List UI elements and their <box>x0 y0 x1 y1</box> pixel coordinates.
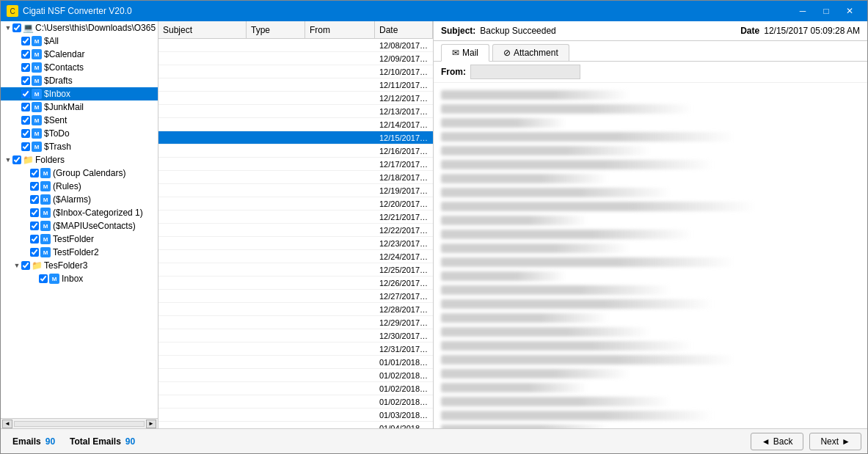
list-row[interactable]: 12/24/2017 05:... <box>158 250 433 263</box>
checkbox-sent[interactable] <box>21 116 30 125</box>
checkbox-mapicontacts[interactable] <box>30 221 39 230</box>
list-row[interactable]: 01/01/2018 05:... <box>158 356 433 369</box>
list-row[interactable]: 12/08/2017 02:... <box>158 39 433 52</box>
tree-item-rules[interactable]: M (Rules) <box>1 180 158 193</box>
checkbox-testfolder2[interactable] <box>30 248 39 257</box>
list-row[interactable]: 12/30/2017 05:... <box>158 329 433 343</box>
list-row[interactable]: 12/21/2017 05:... <box>158 210 433 224</box>
emails-label: Emails <box>12 436 41 447</box>
tree-item-calendar[interactable]: M $Calendar <box>1 48 158 61</box>
list-row[interactable]: 12/20/2017 05:... <box>158 197 433 210</box>
tree-item-testfolder2[interactable]: M TestFolder2 <box>1 246 158 259</box>
tree-item-trash[interactable]: M $Trash <box>1 140 158 153</box>
close-button[interactable]: ✕ <box>838 4 861 18</box>
scroll-track[interactable] <box>14 421 145 427</box>
list-row[interactable]: 12/28/2017 05:... <box>158 303 433 316</box>
list-row[interactable]: 12/10/2017 05:... <box>158 65 433 78</box>
list-row[interactable]: 12/23/2017 05:... <box>158 237 433 250</box>
list-row[interactable]: 12/26/2017 05:... <box>158 277 433 290</box>
preview-panel: Subject: Backup Succeeded Date 12/15/201… <box>434 21 867 428</box>
back-button[interactable]: ◄ Back <box>751 433 804 450</box>
tree-item-todo[interactable]: M $ToDo <box>1 127 158 140</box>
tree-item-inbox-sub[interactable]: M Inbox <box>1 272 158 285</box>
folder-tree[interactable]: ▼ 💻 C:\Users\this\Downloads\O365 M $All … <box>1 21 158 418</box>
checkbox-testfolder[interactable] <box>30 235 39 244</box>
list-row[interactable]: 01/04/2018 05:... <box>158 422 433 428</box>
label-tesfolder3: TesFolder3 <box>44 260 87 271</box>
tree-item-mapicontacts[interactable]: M ($MAPIUseContacts) <box>1 219 158 233</box>
tree-item-inbox[interactable]: M $Inbox <box>1 87 158 100</box>
column-header-from[interactable]: From <box>305 21 375 38</box>
checkbox-inbox-sub[interactable] <box>39 274 48 283</box>
list-row[interactable]: 01/02/2018 09:... <box>158 382 433 395</box>
list-row[interactable]: 01/02/2018 05:... <box>158 369 433 382</box>
from-label: From: <box>441 67 466 77</box>
expander-tesfolder3[interactable]: ▼ <box>12 261 21 270</box>
horizontal-scrollbar[interactable]: ◄ ► <box>1 418 158 428</box>
message-list[interactable]: 12/08/2017 02:... 12/09/2017 05:... 12/1… <box>158 39 433 428</box>
checkbox-todo[interactable] <box>21 129 30 138</box>
checkbox-all[interactable] <box>21 37 30 45</box>
expander-placeholder <box>21 182 30 191</box>
next-button[interactable]: Next ► <box>809 433 861 450</box>
checkbox-alarms[interactable] <box>30 195 39 204</box>
checkbox-calendar[interactable] <box>21 50 30 59</box>
tree-item-all[interactable]: M $All <box>1 34 158 48</box>
maximize-button[interactable]: □ <box>814 4 838 18</box>
scroll-right-arrow[interactable]: ► <box>146 420 156 428</box>
list-row[interactable]: 12/27/2017 05:... <box>158 290 433 303</box>
tree-item-contacts[interactable]: M $Contacts <box>1 61 158 74</box>
list-row[interactable]: 12/14/2017 05:... <box>158 118 433 131</box>
tree-item-inbox-cat[interactable]: M ($Inbox-Categorized 1) <box>1 206 158 219</box>
tree-item-folders[interactable]: ▼ 📁 Folders <box>1 153 158 166</box>
column-header-subject[interactable]: Subject <box>158 21 247 38</box>
scroll-left-arrow[interactable]: ◄ <box>2 420 12 428</box>
checkbox-trash[interactable] <box>21 142 30 151</box>
list-row[interactable]: 12/31/2017 05:... <box>158 343 433 356</box>
checkbox-folders[interactable] <box>12 155 21 164</box>
list-row[interactable]: 01/03/2018 05:... <box>158 409 433 422</box>
tree-item-alarms[interactable]: M ($Alarms) <box>1 193 158 206</box>
list-row[interactable]: 12/13/2017 05:... <box>158 105 433 118</box>
column-header-type[interactable]: Type <box>247 21 305 38</box>
list-row[interactable]: 01/02/2018 09:... <box>158 395 433 409</box>
tree-root[interactable]: ▼ 💻 C:\Users\this\Downloads\O365 <box>1 21 158 34</box>
tree-item-sent[interactable]: M $Sent <box>1 114 158 127</box>
checkbox-tesfolder3[interactable] <box>21 261 30 270</box>
tree-item-groupcal[interactable]: M (Group Calendars) <box>1 166 158 180</box>
preview-line <box>441 355 734 365</box>
tree-item-tesfolder3[interactable]: ▼ 📁 TesFolder3 <box>1 259 158 272</box>
checkbox-drafts[interactable] <box>21 76 30 85</box>
expander-placeholder <box>12 129 21 138</box>
checkbox-contacts[interactable] <box>21 63 30 72</box>
list-row[interactable]: 12/15/2017 05:... <box>158 131 433 144</box>
root-checkbox[interactable] <box>12 23 21 32</box>
list-row[interactable]: 12/09/2017 05:... <box>158 52 433 65</box>
m-icon-junkmail: M <box>32 102 42 112</box>
list-row[interactable]: 12/29/2017 05:... <box>158 316 433 329</box>
minimize-button[interactable]: ─ <box>791 4 814 18</box>
checkbox-inbox-cat[interactable] <box>30 208 39 217</box>
list-row[interactable]: 12/11/2017 05:... <box>158 78 433 92</box>
tree-item-testfolder[interactable]: M TestFolder <box>1 233 158 246</box>
tree-item-drafts[interactable]: M $Drafts <box>1 74 158 87</box>
checkbox-inbox[interactable] <box>21 89 30 98</box>
checkbox-rules[interactable] <box>30 182 39 191</box>
label-calendar: $Calendar <box>44 49 84 59</box>
column-header-date[interactable]: Date <box>375 21 433 38</box>
list-row[interactable]: 12/19/2017 05:... <box>158 184 433 197</box>
list-row[interactable]: 12/12/2017 05:... <box>158 92 433 105</box>
list-row[interactable]: 12/17/2017 05:... <box>158 158 433 171</box>
list-row[interactable]: 12/25/2017 05:... <box>158 263 433 277</box>
tab-mail[interactable]: ✉ Mail <box>441 44 489 62</box>
tree-item-junkmail[interactable]: M $JunkMail <box>1 100 158 114</box>
list-row[interactable]: 12/22/2017 05:... <box>158 224 433 237</box>
checkbox-junkmail[interactable] <box>21 103 30 111</box>
list-row[interactable]: 12/18/2017 05:... <box>158 171 433 184</box>
tab-attachment[interactable]: ⊘ Attachment <box>492 44 569 61</box>
list-row[interactable]: 12/16/2017 05:... <box>158 144 433 158</box>
checkbox-groupcal[interactable] <box>30 169 39 177</box>
expander-placeholder <box>12 50 21 59</box>
expander-folders[interactable]: ▼ <box>4 155 12 164</box>
preview-line <box>441 118 566 128</box>
